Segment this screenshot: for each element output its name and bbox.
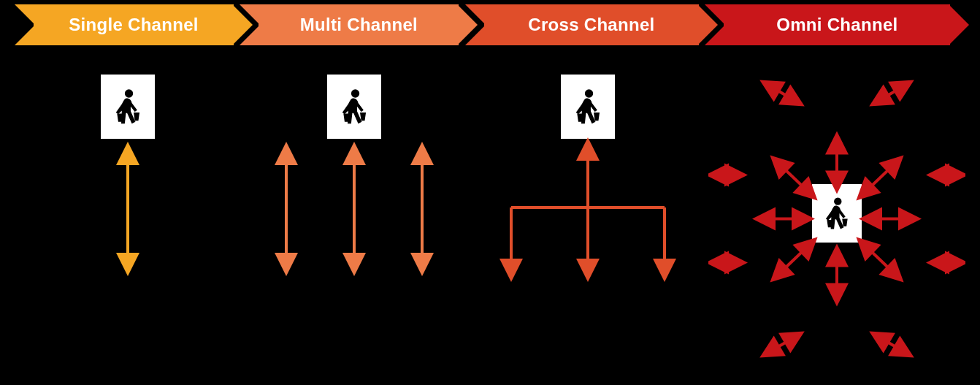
single-arrows [15,67,241,385]
svg-line-14 [865,164,895,193]
svg-line-20 [778,164,809,193]
omni-arrows [708,67,965,385]
svg-line-16 [865,245,895,275]
svg-line-18 [778,245,809,275]
chevron-multi: Multi Channel [240,4,478,45]
chevron-label: Single Channel [15,4,253,45]
column-multi [241,67,467,385]
chevron-label: Multi Channel [240,4,478,45]
svg-line-21 [770,86,795,101]
chevron-label: Cross Channel [465,4,718,45]
svg-line-28 [879,338,904,352]
column-cross [467,67,708,385]
multi-arrows [241,67,467,385]
cross-arrows [467,67,708,385]
chevron-single: Single Channel [15,4,253,45]
chevron-label: Omni Channel [705,4,969,45]
column-omni [708,67,965,385]
chevron-cross: Cross Channel [465,4,718,45]
svg-line-22 [879,86,904,101]
column-single [15,67,241,385]
chevron-strip: Single Channel Multi Channel Cross Chann… [15,4,965,45]
channel-evolution-diagram: Single Channel Multi Channel Cross Chann… [0,0,980,385]
chevron-omni: Omni Channel [705,4,969,45]
svg-line-27 [770,338,795,352]
